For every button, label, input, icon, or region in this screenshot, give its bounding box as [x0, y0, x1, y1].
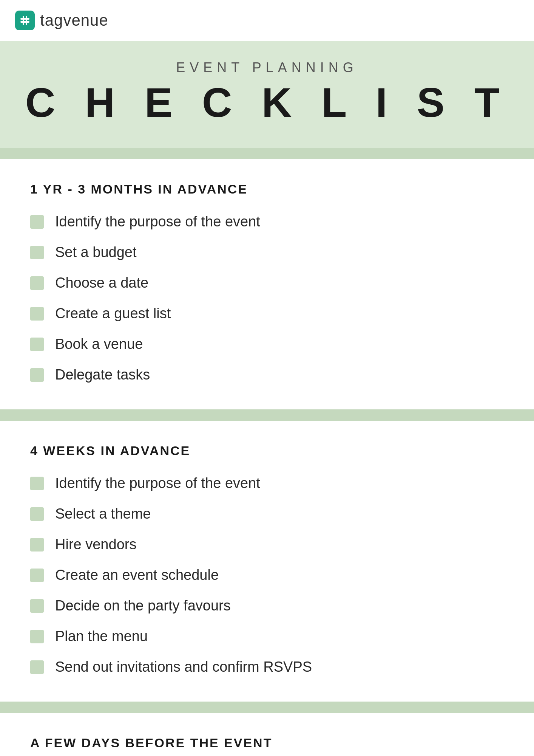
- checkbox-4[interactable]: [30, 307, 44, 321]
- item-label: Delegate tasks: [55, 367, 150, 383]
- item-label: Send out invitations and confirm RSVPS: [55, 659, 312, 675]
- header-title: C H E C K L I S T: [15, 79, 519, 125]
- list-item: Send out invitations and confirm RSVPS: [30, 659, 504, 675]
- section-4weeks: 4 WEEKS IN ADVANCE Identify the purpose …: [0, 421, 534, 702]
- section-1yr: 1 YR - 3 MONTHS IN ADVANCE Identify the …: [0, 159, 534, 409]
- checkbox-6[interactable]: [30, 368, 44, 382]
- section-1yr-heading: 1 YR - 3 MONTHS IN ADVANCE: [30, 182, 504, 197]
- checkbox-13[interactable]: [30, 660, 44, 674]
- item-label: Identify the purpose of the event: [55, 475, 260, 491]
- checkbox-5[interactable]: [30, 338, 44, 351]
- logo-text: tagvenue: [40, 11, 108, 29]
- list-item: Identify the purpose of the event: [30, 475, 504, 491]
- checkbox-9[interactable]: [30, 538, 44, 552]
- item-label: Choose a date: [55, 275, 148, 291]
- checkbox-3[interactable]: [30, 276, 44, 290]
- list-item: Plan the menu: [30, 628, 504, 644]
- item-label: Identify the purpose of the event: [55, 214, 260, 230]
- item-label: Create an event schedule: [55, 567, 219, 583]
- svg-rect-3: [20, 21, 29, 23]
- item-label: Set a budget: [55, 244, 137, 260]
- checkbox-10[interactable]: [30, 569, 44, 582]
- item-label: Plan the menu: [55, 628, 148, 644]
- item-label: Select a theme: [55, 506, 151, 522]
- checkbox-7[interactable]: [30, 477, 44, 490]
- item-label: Hire vendors: [55, 536, 136, 553]
- list-item: Set a budget: [30, 244, 504, 260]
- item-label: Decide on the party favours: [55, 598, 231, 614]
- checkbox-12[interactable]: [30, 630, 44, 643]
- section-1yr-list: Identify the purpose of the event Set a …: [30, 214, 504, 383]
- header-section: EVENT PLANNING C H E C K L I S T: [0, 41, 534, 148]
- section-fewdays: A FEW DAYS BEFORE THE EVENT Confirm rent…: [0, 713, 534, 756]
- header-subtitle: EVENT PLANNING: [15, 60, 519, 76]
- checkbox-2[interactable]: [30, 246, 44, 259]
- list-item: Choose a date: [30, 275, 504, 291]
- checkbox-1[interactable]: [30, 215, 44, 229]
- list-item: Decide on the party favours: [30, 598, 504, 614]
- section-4weeks-heading: 4 WEEKS IN ADVANCE: [30, 443, 504, 458]
- list-item: Identify the purpose of the event: [30, 214, 504, 230]
- divider-2: [0, 409, 534, 421]
- svg-rect-2: [20, 18, 29, 20]
- logo-icon: [15, 11, 35, 30]
- list-item: Delegate tasks: [30, 367, 504, 383]
- divider-3: [0, 702, 534, 713]
- divider-1: [0, 148, 534, 159]
- list-item: Hire vendors: [30, 536, 504, 553]
- item-label: Book a venue: [55, 336, 143, 352]
- list-item: Select a theme: [30, 506, 504, 522]
- checkbox-11[interactable]: [30, 599, 44, 613]
- checkbox-8[interactable]: [30, 507, 44, 521]
- list-item: Book a venue: [30, 336, 504, 352]
- section-fewdays-heading: A FEW DAYS BEFORE THE EVENT: [30, 736, 504, 750]
- svg-rect-1: [26, 16, 27, 25]
- logo-bar: tagvenue: [0, 0, 534, 41]
- item-label: Create a guest list: [55, 305, 171, 322]
- list-item: Create a guest list: [30, 305, 504, 322]
- section-4weeks-list: Identify the purpose of the event Select…: [30, 475, 504, 675]
- list-item: Create an event schedule: [30, 567, 504, 583]
- svg-rect-0: [23, 16, 24, 25]
